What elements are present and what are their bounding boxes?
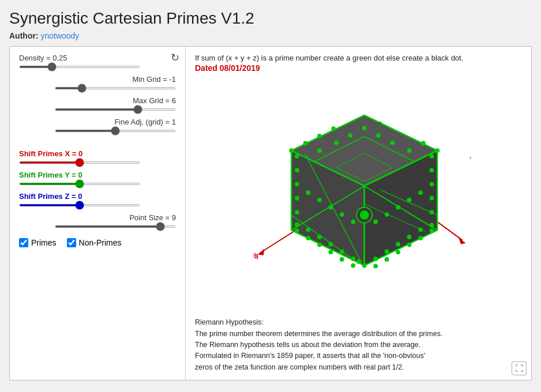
description-line-3: Formulated in Riemann's 1859 paper, it a… <box>195 352 425 360</box>
left-panel: ↻ Density = 0.25 Min Grid = -1 Max Grid … <box>10 47 186 380</box>
density-slider[interactable] <box>19 66 140 68</box>
min-grid-slider-row <box>19 85 176 92</box>
svg-point-67 <box>384 212 389 217</box>
shift-x-slider[interactable] <box>19 161 140 164</box>
refresh-button[interactable]: ↻ <box>171 51 179 64</box>
point-size-slider[interactable] <box>55 225 176 228</box>
point-size-slider-row <box>19 223 176 230</box>
svg-point-27 <box>362 126 366 130</box>
svg-point-35 <box>295 168 299 172</box>
svg-point-49 <box>351 257 355 261</box>
fine-adj-slider-row <box>19 127 176 134</box>
svg-point-43 <box>339 212 344 217</box>
svg-point-70 <box>407 235 411 239</box>
svg-point-47 <box>328 242 333 247</box>
svg-point-83 <box>331 126 336 131</box>
svg-point-51 <box>295 228 299 233</box>
cube-visualization[interactable]: 8 8 <box>238 92 480 299</box>
svg-point-78 <box>384 257 389 262</box>
max-grid-label: Max Grid = 6 <box>133 96 176 105</box>
description-text: Riemann Hypothesis: The prime number the… <box>195 317 522 373</box>
svg-point-80 <box>289 148 294 153</box>
svg-point-58 <box>429 154 434 159</box>
svg-point-73 <box>373 257 378 261</box>
svg-point-60 <box>429 182 434 187</box>
svg-point-77 <box>396 250 400 254</box>
svg-point-33 <box>317 148 322 153</box>
svg-point-66 <box>396 205 400 210</box>
svg-point-59 <box>429 168 434 172</box>
density-label: Density = 0.25 <box>19 54 176 62</box>
nonprimes-checkbox-item: Non-Primes <box>67 238 122 247</box>
svg-point-53 <box>317 243 322 247</box>
fullscreen-button[interactable]: ⛶ <box>512 361 527 375</box>
svg-point-31 <box>334 141 339 145</box>
shift-z-group: Shift Primes Z = 0 <box>19 192 176 209</box>
svg-point-61 <box>429 196 434 201</box>
svg-point-54 <box>328 250 333 254</box>
min-grid-slider[interactable] <box>55 87 176 89</box>
description-line-2: The Riemann hypothesis tells us about th… <box>195 341 420 349</box>
description-line-0: Riemann Hypothesis: <box>195 318 264 326</box>
author-link[interactable]: ynotwoody <box>40 31 79 40</box>
svg-point-72 <box>384 249 389 254</box>
max-grid-slider[interactable] <box>55 108 176 111</box>
shift-x-slider-row <box>19 159 176 166</box>
svg-point-65 <box>407 198 411 202</box>
shift-x-group: Shift Primes X = 0 <box>19 149 176 166</box>
svg-point-28 <box>376 133 381 138</box>
svg-point-42 <box>328 205 333 210</box>
svg-point-44 <box>351 220 355 224</box>
min-grid-label: Min Grid = -1 <box>133 75 176 84</box>
primes-label: Primes <box>31 238 57 247</box>
max-grid-group: Max Grid = 6 <box>19 96 176 113</box>
svg-point-85 <box>421 141 426 146</box>
svg-point-52 <box>306 236 310 240</box>
svg-point-74 <box>429 228 434 233</box>
svg-point-57 <box>362 263 366 268</box>
checkbox-row: Primes Non-Primes <box>19 238 176 247</box>
svg-point-36 <box>295 182 299 187</box>
description-line-4: zeros of the zeta function are complex n… <box>195 363 404 371</box>
app-title: Synergistic Cartesian Primes V1.2 <box>9 9 532 28</box>
shift-x-label: Shift Primes X = 0 <box>19 149 176 158</box>
svg-point-46 <box>317 235 322 239</box>
svg-point-34 <box>295 154 299 159</box>
primes-checkbox-item: Primes <box>19 238 57 247</box>
svg-point-63 <box>429 223 434 228</box>
svg-point-62 <box>429 210 434 214</box>
canvas-area: 8 8 <box>195 77 522 314</box>
density-slider-row <box>19 63 176 70</box>
svg-point-84 <box>435 148 439 153</box>
svg-point-32 <box>407 148 411 153</box>
nonprimes-checkbox[interactable] <box>67 238 76 247</box>
svg-point-39 <box>295 223 299 227</box>
shift-z-slider[interactable] <box>19 204 140 206</box>
description-line-1: The prime number theorem determines the … <box>195 330 442 338</box>
svg-text:8: 8 <box>378 120 382 127</box>
right-panel: If sum of (x + y + z) is a prime number … <box>186 47 531 380</box>
svg-point-29 <box>348 133 352 138</box>
svg-point-40 <box>306 190 310 195</box>
min-grid-group: Min Grid = -1 <box>19 75 176 92</box>
svg-point-30 <box>390 141 395 145</box>
shift-y-slider[interactable] <box>19 183 140 185</box>
svg-point-38 <box>295 210 299 214</box>
svg-point-55 <box>339 257 344 262</box>
max-grid-slider-row <box>19 106 176 113</box>
svg-point-45 <box>306 228 310 232</box>
svg-point-82 <box>317 134 322 138</box>
author-line: Author: ynotwoody <box>9 31 532 40</box>
svg-point-81 <box>303 141 307 146</box>
svg-point-76 <box>407 243 411 247</box>
date-text: Dated 08/01/2019 <box>195 63 522 73</box>
fine-adj-slider[interactable] <box>55 130 176 132</box>
primes-checkbox[interactable] <box>19 238 28 247</box>
svg-point-68 <box>373 220 378 224</box>
shift-z-label: Shift Primes Z = 0 <box>19 192 176 201</box>
main-panel: ↻ Density = 0.25 Min Grid = -1 Max Grid … <box>9 46 532 380</box>
nonprimes-label: Non-Primes <box>79 238 122 247</box>
svg-point-50 <box>356 259 361 264</box>
svg-text:8: 8 <box>469 156 471 160</box>
info-text: If sum of (x + y + z) is a prime number … <box>195 54 522 62</box>
